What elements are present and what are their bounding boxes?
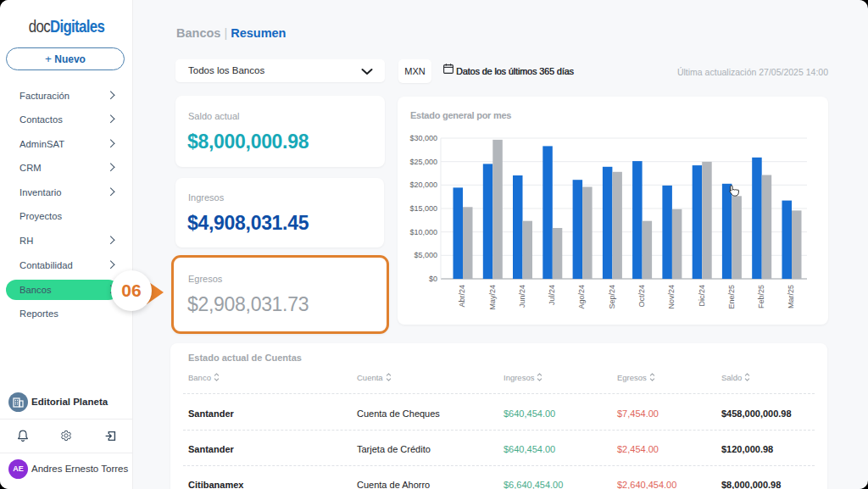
- svg-text:$25,000: $25,000: [409, 158, 437, 166]
- svg-text:$15,000: $15,000: [409, 204, 437, 213]
- svg-text:$20,000: $20,000: [409, 181, 437, 189]
- svg-text:$0: $0: [429, 275, 437, 283]
- svg-text:Nov/24: Nov/24: [667, 285, 676, 309]
- svg-text:Jun/24: Jun/24: [518, 285, 526, 308]
- svg-text:Abr/24: Abr/24: [458, 285, 466, 308]
- svg-text:Dic/24: Dic/24: [698, 285, 706, 307]
- svg-text:Oct/24: Oct/24: [637, 285, 646, 308]
- svg-text:Ene/25: Ene/25: [727, 285, 736, 309]
- svg-text:$30,000: $30,000: [409, 134, 437, 142]
- svg-text:$10,000: $10,000: [409, 228, 437, 236]
- svg-text:Jul/24: Jul/24: [548, 285, 556, 305]
- svg-text:May/24: May/24: [488, 285, 497, 310]
- svg-text:$5,000: $5,000: [414, 251, 437, 259]
- svg-text:Sep/24: Sep/24: [608, 285, 616, 309]
- svg-text:Ago/24: Ago/24: [577, 285, 586, 309]
- svg-text:Mar/25: Mar/25: [787, 285, 795, 308]
- svg-text:Feb/25: Feb/25: [757, 285, 765, 308]
